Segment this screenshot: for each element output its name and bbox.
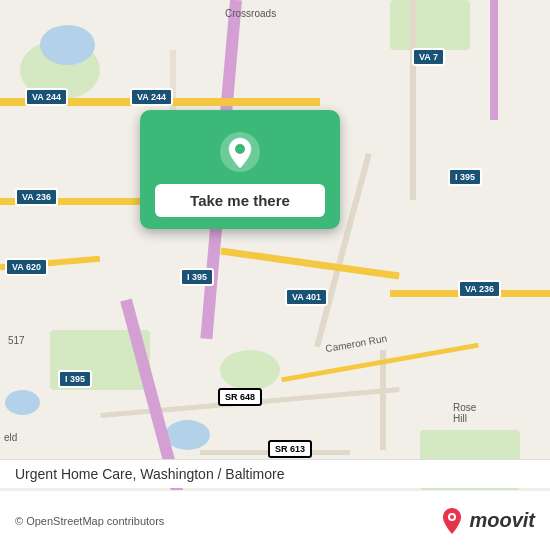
moovit-pin-icon <box>440 507 464 535</box>
road-sign-va244-right: VA 244 <box>130 88 173 106</box>
map-container: VA 244 VA 244 VA 236 I 395 I 395 VA 401 … <box>0 0 550 550</box>
road <box>410 0 416 200</box>
moovit-logo-text: moovit <box>469 509 535 532</box>
bottom-bar: © OpenStreetMap contributors moovit <box>0 490 550 550</box>
map-popup: Take me there <box>140 110 340 229</box>
water-body <box>40 25 95 65</box>
road-sign-sr648: SR 648 <box>218 388 262 406</box>
road-sign-i395-mid: I 395 <box>180 268 214 286</box>
moovit-logo: moovit <box>440 507 535 535</box>
green-area <box>390 0 470 50</box>
water-body <box>5 390 40 415</box>
road-sign-va7: VA 7 <box>412 48 445 66</box>
road-sign-i395-lower: I 395 <box>58 370 92 388</box>
svg-point-3 <box>450 515 454 519</box>
svg-point-1 <box>235 144 245 154</box>
road-right <box>490 0 498 120</box>
road-sign-va620: VA 620 <box>5 258 48 276</box>
location-title-bar: Urgent Home Care, Washington / Baltimore <box>0 459 550 488</box>
take-me-there-button[interactable]: Take me there <box>155 184 325 217</box>
label-eld: eld <box>4 432 17 443</box>
location-pin-icon <box>218 130 262 174</box>
road-sign-sr613: SR 613 <box>268 440 312 458</box>
osm-credit: © OpenStreetMap contributors <box>15 515 440 527</box>
road-sign-va236-left: VA 236 <box>15 188 58 206</box>
location-title-text: Urgent Home Care, Washington / Baltimore <box>15 466 284 482</box>
green-area <box>220 350 280 390</box>
label-rose-hill: RoseHill <box>453 402 476 424</box>
road-sign-va236-right: VA 236 <box>458 280 501 298</box>
water-body <box>165 420 210 450</box>
road-sign-va244-left: VA 244 <box>25 88 68 106</box>
road <box>380 350 386 450</box>
road-sign-va401: VA 401 <box>285 288 328 306</box>
road-sign-i395-right: I 395 <box>448 168 482 186</box>
label-crossroads: Crossroads <box>225 8 276 19</box>
label-517: 517 <box>8 335 25 346</box>
